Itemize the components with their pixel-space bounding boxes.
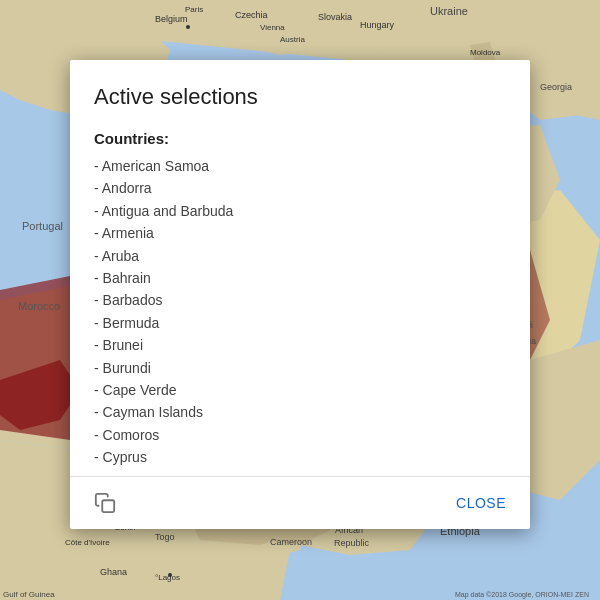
list-item: - Brunei: [94, 334, 506, 356]
svg-rect-40: [102, 501, 114, 513]
svg-point-39: [168, 573, 172, 577]
dialog-body: Countries: - American Samoa- Andorra- An…: [70, 122, 530, 468]
svg-point-38: [186, 25, 190, 29]
list-item: - Cyprus: [94, 446, 506, 468]
copy-button[interactable]: [86, 484, 124, 522]
svg-text:Gulf of Guinea: Gulf of Guinea: [3, 590, 55, 599]
svg-text:Morocco: Morocco: [18, 300, 60, 312]
svg-text:Republic: Republic: [334, 538, 370, 548]
countries-label: Countries:: [94, 130, 506, 147]
svg-text:Slovakia: Slovakia: [318, 12, 352, 22]
svg-text:Georgia: Georgia: [540, 82, 572, 92]
close-button[interactable]: CLOSE: [448, 487, 514, 519]
svg-text:Paris: Paris: [185, 5, 203, 14]
list-item: - Burundi: [94, 357, 506, 379]
list-item: - Antigua and Barbuda: [94, 200, 506, 222]
list-item: - Armenia: [94, 222, 506, 244]
active-selections-dialog: Active selections Countries: - American …: [70, 60, 530, 529]
list-item: - Bermuda: [94, 312, 506, 334]
svg-text:Portugal: Portugal: [22, 220, 63, 232]
dialog-actions: CLOSE: [70, 477, 530, 529]
svg-text:Hungary: Hungary: [360, 20, 395, 30]
svg-text:Moldova: Moldova: [470, 48, 501, 57]
svg-text:Cameroon: Cameroon: [270, 537, 312, 547]
list-item: - Bahrain: [94, 267, 506, 289]
svg-text:Austria: Austria: [280, 35, 305, 44]
list-item: - Aruba: [94, 245, 506, 267]
svg-text:Ukraine: Ukraine: [430, 5, 468, 17]
svg-text:Belgium: Belgium: [155, 14, 188, 24]
list-item: - Barbados: [94, 289, 506, 311]
svg-text:Côte d'Ivoire: Côte d'Ivoire: [65, 538, 110, 547]
list-item: - Andorra: [94, 177, 506, 199]
countries-list: - American Samoa- Andorra- Antigua and B…: [94, 155, 506, 468]
svg-text:Vienna: Vienna: [260, 23, 285, 32]
list-item: - American Samoa: [94, 155, 506, 177]
list-item: - Comoros: [94, 424, 506, 446]
list-item: - Cape Verde: [94, 379, 506, 401]
svg-text:Map data ©2018 Google, ORION-M: Map data ©2018 Google, ORION-MEI ZEN: [455, 591, 589, 599]
svg-text:°Lagos: °Lagos: [155, 573, 180, 582]
list-item: - Cayman Islands: [94, 401, 506, 423]
svg-text:Czechia: Czechia: [235, 10, 268, 20]
svg-text:Ghana: Ghana: [100, 567, 127, 577]
svg-text:Togo: Togo: [155, 532, 175, 542]
dialog-title: Active selections: [70, 60, 530, 122]
